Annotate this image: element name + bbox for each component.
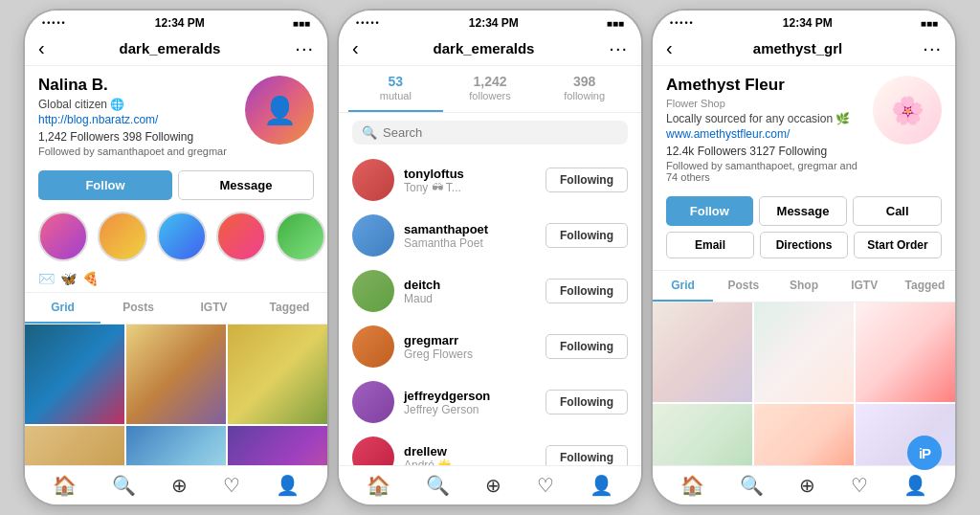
follower-item: samanthapoet Samantha Poet Following — [339, 208, 641, 263]
back-button-3[interactable]: ‹ — [666, 37, 673, 59]
profile-header-1: Nalina B. Global citizen 🌐 http://blog.n… — [25, 66, 327, 167]
profile-stats-1: 1,242 Followers 398 Following — [38, 130, 235, 144]
nav-bar-3: ‹ amethyst_grl ··· — [653, 32, 955, 66]
more-button-2[interactable]: ··· — [609, 37, 628, 59]
mutual-tab[interactable]: 53 mutual — [348, 66, 443, 112]
home-icon-2[interactable]: 🏠 — [367, 474, 390, 497]
follower-avatar-1[interactable] — [352, 214, 394, 257]
tab-shop-3[interactable]: Shop — [773, 271, 834, 302]
follower-avatar-3[interactable] — [352, 325, 394, 368]
search-icon-3[interactable]: 🔍 — [740, 474, 764, 497]
story-icon-3: 🍕 — [82, 271, 99, 286]
photo-6[interactable] — [228, 426, 327, 465]
following-button-2[interactable]: Following — [546, 279, 628, 303]
following-button-5[interactable]: Following — [546, 445, 628, 465]
nav-username-1: dark_emeralds — [120, 40, 221, 56]
heart-icon-1[interactable]: ♡ — [223, 474, 240, 497]
follower-username-2[interactable]: deitch — [404, 278, 536, 292]
more-button-1[interactable]: ··· — [295, 37, 314, 59]
story-1[interactable] — [38, 212, 88, 261]
follow-button-3[interactable]: Follow — [666, 196, 753, 226]
action-buttons-1: Follow Message — [25, 167, 327, 206]
home-icon-3[interactable]: 🏠 — [680, 474, 704, 497]
follower-username-0[interactable]: tonyloftus — [404, 167, 536, 181]
stats-text-3: 12.4k Followers 3127 Following — [666, 145, 827, 158]
follower-avatar-0[interactable] — [352, 159, 394, 201]
start-order-button-3[interactable]: Start Order — [854, 232, 942, 258]
followers-tabs: 53 mutual 1,242 followers 398 following — [339, 66, 641, 113]
story-4[interactable] — [216, 212, 266, 261]
back-button-1[interactable]: ‹ — [38, 37, 45, 59]
bottom-nav-1: 🏠 🔍 ⊕ ♡ 👤 — [25, 465, 327, 504]
followers-tab[interactable]: 1,242 followers — [443, 66, 538, 112]
follower-username-1[interactable]: samanthapoet — [404, 222, 536, 236]
photo-5[interactable] — [126, 426, 226, 465]
photo-1[interactable] — [25, 325, 124, 424]
profile-icon-2[interactable]: 👤 — [590, 474, 613, 497]
call-button-3[interactable]: Call — [853, 196, 942, 226]
search-input[interactable] — [383, 125, 618, 140]
profile-info-3: Amethyst Fleur Flower Shop Locally sourc… — [666, 76, 863, 187]
flower-photo-4[interactable] — [653, 404, 752, 465]
story-icon-1: ✉️ — [38, 271, 55, 286]
search-icon-2: 🔍 — [362, 125, 377, 140]
add-icon-1[interactable]: ⊕ — [171, 474, 188, 497]
photo-2[interactable] — [126, 325, 226, 424]
search-icon-1[interactable]: 🔍 — [112, 474, 136, 497]
profile-tabs-3: Grid Posts Shop IGTV Tagged — [653, 270, 955, 302]
flower-photo-5[interactable] — [754, 404, 854, 465]
follower-avatar-4[interactable] — [352, 381, 394, 423]
story-5[interactable] — [276, 212, 325, 261]
tab-posts-1[interactable]: Posts — [100, 293, 176, 324]
follower-username-4[interactable]: jeffreydgerson — [404, 389, 536, 403]
flower-photo-2[interactable] — [754, 302, 854, 402]
email-button-3[interactable]: Email — [666, 232, 754, 258]
message-button-1[interactable]: Message — [178, 170, 314, 200]
ip-watermark: iP — [907, 436, 942, 470]
profile-content-1: Nalina B. Global citizen 🌐 http://blog.n… — [25, 66, 327, 465]
tab-tagged-3[interactable]: Tagged — [895, 271, 955, 302]
follow-button-1[interactable]: Follow — [38, 170, 172, 200]
profile-link-1[interactable]: http://blog.nbaratz.com/ — [38, 113, 235, 126]
tab-igtv-3[interactable]: IGTV — [835, 271, 895, 302]
directions-button-3[interactable]: Directions — [760, 232, 848, 258]
tab-posts-3[interactable]: Posts — [713, 271, 773, 302]
back-button-2[interactable]: ‹ — [352, 37, 359, 59]
search-bar: 🔍 — [352, 121, 628, 145]
following-tab[interactable]: 398 following — [537, 66, 632, 112]
following-button-3[interactable]: Following — [546, 334, 628, 359]
tab-grid-3[interactable]: Grid — [653, 271, 713, 302]
story-2[interactable] — [98, 212, 147, 261]
profile-link-3[interactable]: www.amethystfleur.com/ — [666, 127, 863, 141]
flower-photo-1[interactable] — [653, 302, 752, 402]
story-3[interactable] — [157, 212, 207, 261]
heart-icon-2[interactable]: ♡ — [537, 474, 554, 497]
follower-username-3[interactable]: gregmarr — [404, 333, 536, 347]
follower-avatar-2[interactable] — [352, 270, 394, 312]
following-button-4[interactable]: Following — [546, 390, 628, 414]
follower-avatar-5[interactable] — [352, 437, 394, 465]
profile-tabs-1: Grid Posts IGTV Tagged — [25, 292, 327, 325]
heart-icon-3[interactable]: ♡ — [851, 474, 868, 497]
photo-4[interactable] — [25, 426, 124, 465]
profile-icon-1[interactable]: 👤 — [276, 474, 300, 497]
follower-username-5[interactable]: drellew — [404, 444, 536, 459]
follower-item: drellew André 🌟 Following — [339, 430, 641, 465]
photo-3[interactable] — [228, 325, 327, 424]
profile-info-1: Nalina B. Global citizen 🌐 http://blog.n… — [38, 76, 235, 161]
home-icon-1[interactable]: 🏠 — [53, 474, 77, 497]
following-button-0[interactable]: Following — [546, 168, 628, 192]
following-button-1[interactable]: Following — [546, 223, 628, 248]
message-button-3[interactable]: Message — [759, 196, 848, 226]
follower-name-4: Jeffrey Gerson — [404, 403, 536, 416]
tab-igtv-1[interactable]: IGTV — [176, 293, 252, 324]
profile-icon-3[interactable]: 👤 — [903, 474, 927, 497]
add-icon-2[interactable]: ⊕ — [485, 474, 501, 497]
more-button-3[interactable]: ··· — [923, 37, 942, 59]
add-icon-3[interactable]: ⊕ — [799, 474, 815, 497]
tab-grid-1[interactable]: Grid — [25, 293, 100, 324]
flower-photo-3[interactable] — [856, 302, 955, 402]
battery-icon-1: ■■■ — [293, 18, 310, 29]
tab-tagged-1[interactable]: Tagged — [252, 293, 327, 324]
search-icon-2b[interactable]: 🔍 — [426, 474, 450, 497]
